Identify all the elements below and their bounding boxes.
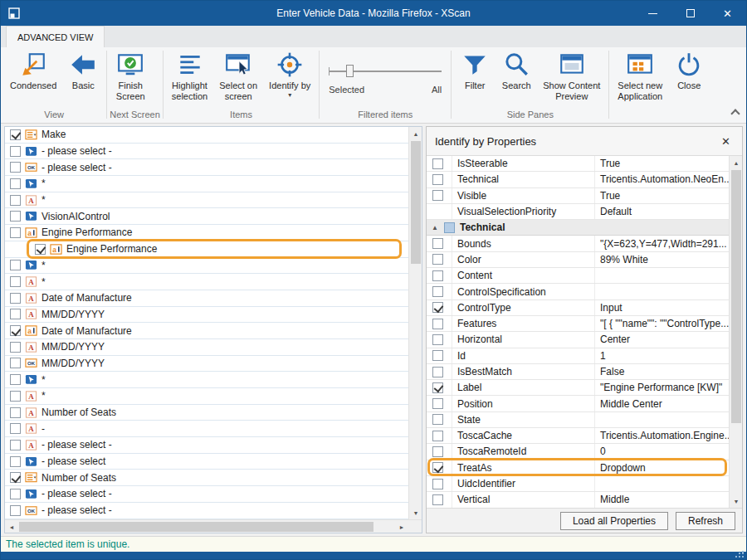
- property-checkbox[interactable]: [432, 254, 443, 265]
- property-checkbox[interactable]: [432, 158, 443, 169]
- property-checkbox[interactable]: [432, 174, 443, 185]
- property-row-horizontal[interactable]: HorizontalCenter: [427, 332, 729, 348]
- property-checkbox[interactable]: [432, 319, 443, 329]
- close-button[interactable]: ✕: [709, 1, 746, 26]
- row-checkbox[interactable]: [10, 472, 21, 483]
- filter-button[interactable]: Filter: [454, 48, 496, 109]
- tree-row[interactable]: OKMM/DD/YYYY: [5, 356, 408, 373]
- tree-vertical-scrollbar[interactable]: ▲ ▼: [408, 127, 422, 519]
- property-row-features[interactable]: Features"[ { ""name"": ""ControlType...: [427, 316, 729, 332]
- row-checkbox[interactable]: [10, 391, 21, 402]
- row-checkbox[interactable]: [10, 178, 21, 189]
- row-checkbox[interactable]: [10, 195, 21, 206]
- property-row-id[interactable]: Id1: [427, 348, 729, 364]
- tree-row[interactable]: OK- please select -: [5, 159, 408, 176]
- tree-row[interactable]: ANumber of Seats: [5, 405, 408, 421]
- property-row-controltype[interactable]: ControlTypeInput: [427, 300, 729, 316]
- property-checkbox[interactable]: [432, 286, 443, 297]
- group-checkbox[interactable]: [444, 222, 455, 233]
- property-checkbox[interactable]: [432, 494, 443, 505]
- tree-row[interactable]: A*: [5, 192, 408, 209]
- minimize-button[interactable]: [634, 1, 671, 26]
- tree-row[interactable]: aEngine Performance: [5, 241, 408, 258]
- tree-row[interactable]: AMM/DD/YYYY: [5, 307, 408, 324]
- property-row-position[interactable]: PositionMiddle Center: [427, 396, 729, 411]
- row-checkbox[interactable]: [10, 260, 21, 270]
- tree-row[interactable]: [5, 519, 408, 520]
- tree-row[interactable]: A- please select -: [5, 437, 408, 454]
- tree-hscroll-thumb[interactable]: [19, 522, 374, 532]
- scroll-up-icon[interactable]: ▲: [409, 127, 422, 140]
- tree-row[interactable]: *: [5, 372, 408, 388]
- select-new-application-button[interactable]: Select new Application: [612, 48, 668, 109]
- tree-row[interactable]: VisionAIControl: [5, 208, 408, 225]
- scroll-down-icon[interactable]: ▼: [730, 494, 743, 508]
- tree-row[interactable]: Make: [5, 127, 408, 144]
- property-checkbox[interactable]: [432, 398, 443, 409]
- row-checkbox[interactable]: [10, 407, 21, 418]
- row-checkbox[interactable]: [10, 293, 21, 304]
- tree-row[interactable]: ADate of Manufacture: [5, 290, 408, 307]
- tree-row[interactable]: A*: [5, 274, 408, 290]
- search-button[interactable]: Search: [496, 48, 537, 109]
- tab-advanced-view[interactable]: ADVANCED VIEW: [6, 26, 105, 47]
- row-checkbox[interactable]: [10, 358, 21, 368]
- expander-icon[interactable]: ▲: [431, 224, 439, 231]
- collapse-ribbon-chevron-icon[interactable]: [731, 108, 739, 115]
- properties-vertical-scrollbar[interactable]: ▲ ▼: [729, 156, 742, 508]
- property-checkbox[interactable]: [432, 238, 443, 249]
- tree-row[interactable]: *: [5, 258, 408, 275]
- tree-row[interactable]: *: [5, 176, 408, 192]
- property-group-technical[interactable]: ▲Technical: [427, 220, 729, 236]
- scroll-right-icon[interactable]: ►: [395, 520, 408, 533]
- tree-row[interactable]: OK- please select -: [5, 503, 408, 519]
- tree-row[interactable]: - please select -: [5, 486, 408, 503]
- tree-horizontal-scrollbar[interactable]: ◄ ►: [5, 520, 408, 533]
- tree-vscroll-thumb[interactable]: [411, 141, 421, 264]
- property-row-toscaremoteid[interactable]: ToscaRemoteId0: [427, 444, 729, 460]
- property-row-state[interactable]: State: [427, 412, 729, 428]
- highlight-selection-button[interactable]: Highlight selection: [166, 48, 213, 109]
- tree-row[interactable]: AMM/DD/YYYY: [5, 339, 408, 356]
- row-checkbox[interactable]: [10, 489, 21, 499]
- close-pane-icon[interactable]: ✕: [718, 134, 734, 149]
- property-checkbox[interactable]: [432, 414, 443, 425]
- row-checkbox[interactable]: [10, 162, 21, 173]
- row-checkbox[interactable]: [10, 440, 21, 450]
- property-checkbox[interactable]: [432, 367, 443, 377]
- show-content-preview-button[interactable]: Show Content Preview: [537, 48, 606, 109]
- property-row-bounds[interactable]: Bounds"{X=623,Y=477,Width=291...: [427, 236, 729, 251]
- tree-row[interactable]: aEngine Performance: [5, 225, 408, 241]
- basic-button[interactable]: Basic: [62, 48, 104, 109]
- row-checkbox[interactable]: [10, 374, 21, 385]
- property-row-issteerable[interactable]: IsSteerableTrue: [427, 156, 729, 172]
- maximize-button[interactable]: [671, 1, 709, 26]
- property-row-treatas[interactable]: TreatAsDropdown: [427, 460, 729, 476]
- condensed-button[interactable]: Condensed: [4, 48, 62, 109]
- property-row-color[interactable]: Color89% White: [427, 252, 729, 268]
- property-checkbox[interactable]: [432, 431, 443, 441]
- row-checkbox[interactable]: [10, 129, 21, 140]
- row-checkbox[interactable]: [10, 325, 21, 336]
- property-row-vertical[interactable]: VerticalMiddle: [427, 492, 729, 508]
- close-button[interactable]: Close: [668, 48, 710, 109]
- row-checkbox[interactable]: [10, 276, 21, 287]
- row-checkbox[interactable]: [10, 505, 21, 516]
- identify-by-button[interactable]: Identify by▾: [263, 48, 316, 109]
- row-checkbox[interactable]: [10, 456, 21, 467]
- property-row-content[interactable]: Content: [427, 268, 729, 284]
- filtered-items-slider[interactable]: SelectedAll: [322, 48, 448, 109]
- property-checkbox[interactable]: [432, 479, 443, 489]
- property-row-controlspecification[interactable]: ControlSpecification: [427, 284, 729, 299]
- property-row-technical[interactable]: TechnicalTricentis.Automation.NeoEn...: [427, 172, 729, 187]
- row-checkbox[interactable]: [35, 244, 46, 255]
- property-checkbox[interactable]: [432, 270, 443, 281]
- property-row-toscacache[interactable]: ToscaCacheTricentis.Automation.Engine...: [427, 428, 729, 444]
- tree-row[interactable]: aDate of Manufacture: [5, 323, 408, 339]
- resize-grip-icon[interactable]: [734, 553, 744, 558]
- row-checkbox[interactable]: [10, 227, 21, 238]
- property-row-uidcidentifier[interactable]: UidcIdentifier: [427, 476, 729, 492]
- tree-row[interactable]: A*: [5, 388, 408, 405]
- select-on-screen-button[interactable]: Select on screen: [213, 48, 263, 109]
- scroll-up-icon[interactable]: ▲: [730, 156, 743, 169]
